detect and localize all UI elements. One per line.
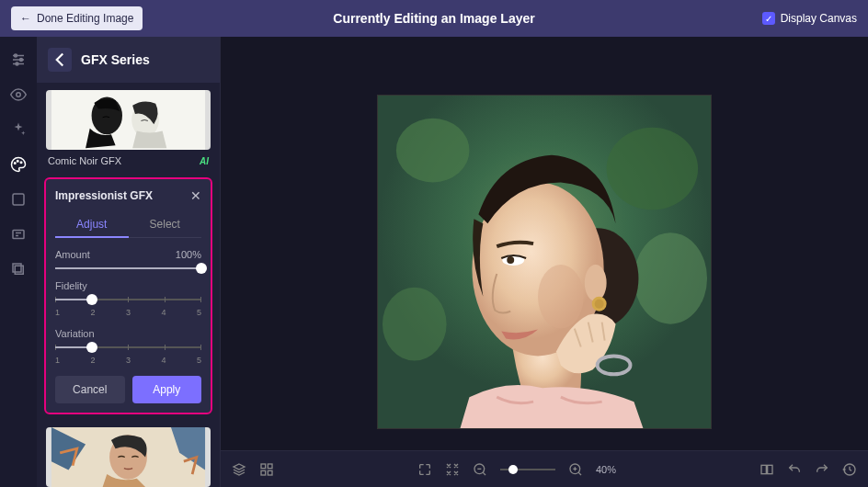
palette-icon[interactable] — [10, 156, 27, 173]
fidelity-label: Fidelity — [55, 280, 87, 291]
text-icon[interactable] — [10, 226, 27, 243]
filter-thumbnail — [46, 90, 211, 150]
zoom-value: 40% — [596, 464, 616, 475]
color-sketch-preview — [46, 427, 211, 487]
svg-point-33 — [538, 265, 584, 329]
display-canvas-label: Display Canvas — [781, 12, 857, 25]
portrait-painting — [378, 96, 711, 428]
svg-point-3 — [15, 54, 17, 57]
ai-badge: AI — [200, 156, 209, 166]
fit-icon[interactable] — [445, 462, 460, 477]
zoom-out-icon[interactable] — [473, 462, 487, 477]
canvas-area: 40% — [221, 37, 868, 487]
checkbox-icon: ✓ — [762, 12, 775, 25]
amount-slider[interactable] — [55, 267, 201, 269]
amount-label: Amount — [55, 249, 90, 260]
svg-rect-46 — [761, 465, 766, 473]
variation-ticks: 1 2 3 4 5 — [55, 356, 201, 365]
comic-noir-preview — [46, 90, 211, 150]
svg-rect-11 — [13, 231, 24, 239]
arrow-left-icon: ← — [20, 12, 31, 25]
svg-line-43 — [578, 472, 581, 475]
layers-icon[interactable] — [10, 261, 27, 277]
svg-point-23 — [607, 128, 698, 210]
expanded-header: Impressionist GFX ✕ — [55, 188, 201, 203]
svg-rect-15 — [13, 264, 21, 272]
canvas-image[interactable] — [377, 95, 712, 429]
tabs: Adjust Select — [55, 212, 201, 238]
button-row: Cancel Apply — [55, 376, 201, 403]
undo-icon[interactable] — [787, 462, 802, 477]
apply-button[interactable]: Apply — [132, 376, 202, 403]
variation-label: Variation — [55, 328, 95, 339]
svg-line-40 — [483, 472, 485, 475]
back-button[interactable] — [48, 48, 72, 72]
frame-icon[interactable] — [10, 191, 27, 208]
fidelity-control: Fidelity 1 2 3 4 5 — [55, 280, 201, 317]
variation-slider[interactable] — [55, 346, 201, 348]
top-bar: ← Done Editing Image Currently Editing a… — [0, 0, 868, 37]
expanded-filter-card: Impressionist GFX ✕ Adjust Select Amount… — [44, 177, 212, 414]
redo-icon[interactable] — [815, 462, 829, 477]
tool-column — [0, 37, 37, 487]
svg-rect-38 — [268, 470, 272, 475]
svg-rect-16 — [51, 90, 205, 150]
svg-point-25 — [383, 288, 447, 361]
fidelity-slider[interactable] — [55, 299, 201, 300]
page-title: Currently Editing an Image Layer — [333, 11, 534, 26]
filter-name: Comic Noir GFX — [48, 155, 121, 166]
svg-point-8 — [17, 161, 19, 163]
compare-icon[interactable] — [760, 462, 774, 477]
filter-thumbnail — [46, 427, 211, 487]
svg-point-4 — [20, 59, 23, 62]
svg-rect-14 — [15, 266, 23, 274]
svg-point-22 — [396, 119, 470, 183]
panel-title: GFX Series — [81, 52, 150, 67]
variation-control: Variation 1 2 3 4 5 — [55, 328, 201, 365]
svg-point-30 — [595, 300, 604, 309]
history-icon[interactable] — [842, 462, 857, 477]
svg-point-24 — [634, 232, 707, 323]
sliders-icon[interactable] — [10, 51, 27, 68]
display-canvas-toggle[interactable]: ✓ Display Canvas — [762, 12, 857, 25]
svg-rect-37 — [261, 470, 266, 475]
eye-icon[interactable] — [10, 86, 27, 103]
side-panel: GFX Series Comic Noir GFX AI — [37, 37, 221, 487]
svg-point-7 — [15, 163, 17, 164]
svg-rect-47 — [768, 465, 772, 473]
panel-header: GFX Series — [37, 37, 220, 83]
done-editing-button[interactable]: ← Done Editing Image — [11, 6, 143, 30]
sparkle-icon[interactable] — [10, 121, 27, 138]
done-label: Done Editing Image — [37, 12, 133, 25]
svg-point-28 — [585, 265, 607, 301]
expanded-title: Impressionist GFX — [55, 189, 153, 202]
filter-card-color-sketch[interactable]: Color Sketch GFX AI — [46, 427, 211, 487]
stack-icon[interactable] — [232, 462, 246, 477]
close-icon[interactable]: ✕ — [190, 188, 201, 203]
zoom-slider[interactable] — [500, 469, 555, 470]
grid-icon[interactable] — [259, 462, 274, 477]
svg-rect-36 — [268, 464, 272, 469]
tab-select[interactable]: Select — [129, 212, 202, 238]
svg-rect-10 — [13, 194, 24, 205]
filter-card-comic-noir[interactable]: Comic Noir GFX AI — [46, 90, 211, 172]
svg-point-9 — [20, 162, 22, 164]
svg-point-5 — [16, 62, 18, 65]
svg-rect-35 — [261, 464, 266, 469]
cancel-button[interactable]: Cancel — [55, 376, 125, 403]
bottom-bar: 40% — [221, 450, 868, 487]
tab-adjust[interactable]: Adjust — [55, 212, 129, 238]
fidelity-ticks: 1 2 3 4 5 — [55, 308, 201, 317]
zoom-in-icon[interactable] — [568, 462, 583, 477]
expand-icon[interactable] — [417, 462, 432, 477]
amount-value: 100% — [176, 249, 201, 260]
amount-control: Amount 100% — [55, 249, 201, 269]
filter-label-row: Comic Noir GFX AI — [46, 150, 211, 172]
svg-point-6 — [17, 93, 21, 97]
svg-point-32 — [507, 256, 514, 264]
